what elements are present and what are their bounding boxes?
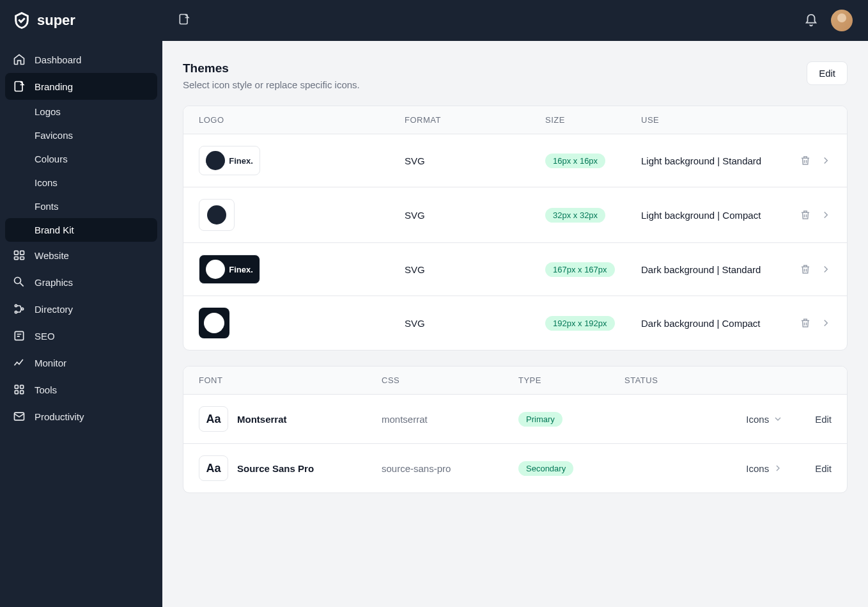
nav-dashboard[interactable]: Dashboard	[5, 46, 157, 73]
shield-check-icon	[13, 12, 31, 29]
font-row: Aa Source Sans Pro source-sans-pro Secon…	[183, 444, 847, 493]
sidebar: super Dashboard Branding Logos Favicons …	[0, 0, 162, 607]
mail-icon	[13, 410, 26, 423]
delete-button[interactable]	[800, 264, 811, 275]
chevron-right-icon	[820, 264, 832, 275]
expand-button[interactable]	[820, 317, 832, 329]
svg-point-5	[15, 278, 21, 284]
font-row: Aa Montserrat montserrat Primary Icons E…	[183, 395, 847, 444]
nav-monitor[interactable]: Monitor	[5, 349, 157, 376]
nav-branding[interactable]: Branding	[5, 73, 157, 100]
nav-label: Monitor	[35, 358, 66, 368]
icons-dropdown[interactable]: Icons	[746, 463, 783, 474]
trash-icon	[800, 317, 811, 329]
th-type: TYPE	[518, 375, 624, 385]
chart-line-icon	[13, 356, 26, 369]
expand-button[interactable]	[820, 155, 832, 166]
graphics-icon	[13, 276, 26, 288]
size-badge: 167px x 167px	[545, 262, 615, 277]
page-title: Themes	[183, 61, 360, 75]
bell-icon[interactable]	[804, 13, 818, 28]
expand-button[interactable]	[820, 264, 832, 275]
app-brand-text: super	[37, 12, 75, 29]
logo-preview: Finex.	[199, 255, 260, 284]
nav-label: Directory	[35, 304, 73, 315]
chevron-down-icon	[773, 414, 783, 424]
logo-row: SVG 192px x 192px Dark background | Comp…	[183, 296, 847, 350]
th-logo: LOGO	[199, 115, 405, 125]
type-badge: Secondary	[518, 461, 573, 476]
chevron-right-icon	[820, 317, 832, 329]
edit-link[interactable]: Edit	[815, 414, 832, 425]
chevron-right-icon	[820, 209, 832, 221]
delete-button[interactable]	[800, 209, 811, 221]
nav-website[interactable]: Website	[5, 242, 157, 269]
svg-rect-1	[15, 251, 19, 255]
th-font: FONT	[199, 375, 382, 385]
chevron-right-icon	[773, 463, 783, 473]
nav-sub-colours[interactable]: Colours	[5, 147, 157, 171]
svg-point-7	[15, 311, 17, 313]
nav-productivity[interactable]: Productivity	[5, 403, 157, 430]
svg-point-6	[15, 304, 17, 306]
logo-preview: Finex.	[199, 146, 260, 175]
delete-button[interactable]	[800, 155, 811, 166]
nav-directory[interactable]: Directory	[5, 296, 157, 322]
nav-label: Tools	[35, 384, 57, 395]
size-badge: 192px x 192px	[545, 316, 615, 331]
logo-circle-icon	[207, 205, 226, 225]
icons-dropdown[interactable]: Icons	[746, 414, 783, 425]
form-icon	[13, 329, 26, 342]
grid-icon	[13, 383, 26, 396]
font-preview: Aa	[199, 406, 228, 432]
nav-label: SEO	[35, 331, 55, 342]
sidebar-nav: Dashboard Branding Logos Favicons Colour…	[0, 41, 162, 607]
svg-rect-12	[15, 391, 18, 394]
font-preview: Aa	[199, 455, 228, 481]
nav-seo[interactable]: SEO	[5, 322, 157, 349]
nav-label: Website	[35, 250, 69, 261]
edit-button[interactable]: Edit	[807, 61, 848, 85]
page-icon	[178, 13, 190, 26]
svg-rect-10	[15, 385, 18, 388]
logos-table: LOGO FORMAT SIZE USE Finex. SVG 16px x 1…	[183, 106, 848, 351]
nav-label: Dashboard	[35, 54, 81, 65]
th-status: STATUS	[624, 375, 832, 385]
edit-link[interactable]: Edit	[815, 463, 832, 474]
logo-circle-icon	[204, 313, 224, 333]
size-badge: 16px x 16px	[545, 154, 605, 168]
logo-circle-icon	[206, 151, 225, 170]
directory-icon	[13, 303, 26, 315]
nav-sub-fonts[interactable]: Fonts	[5, 194, 157, 218]
logo-row: Finex. SVG 16px x 16px Light background …	[183, 134, 847, 187]
trash-icon	[800, 209, 811, 221]
nav-graphics[interactable]: Graphics	[5, 269, 157, 296]
nav-label: Branding	[35, 81, 73, 92]
nav-sub-icons[interactable]: Icons	[5, 171, 157, 194]
th-format: FORMAT	[405, 115, 545, 125]
delete-button[interactable]	[800, 317, 811, 329]
avatar[interactable]	[831, 10, 853, 31]
svg-point-8	[21, 308, 23, 310]
app-logo[interactable]: super	[0, 0, 162, 41]
logo-preview	[199, 308, 229, 338]
size-badge: 32px x 32px	[545, 208, 605, 223]
type-badge: Primary	[518, 412, 562, 427]
trash-icon	[800, 155, 811, 166]
svg-rect-2	[20, 251, 24, 255]
th-size: SIZE	[545, 115, 641, 125]
topbar	[162, 0, 868, 41]
nav-sub-brand-kit[interactable]: Brand Kit	[5, 218, 157, 242]
nav-tools[interactable]: Tools	[5, 376, 157, 403]
logo-circle-icon	[206, 260, 225, 279]
page-subtitle: Select icon style or replace specific ic…	[183, 79, 360, 90]
nav-sub-logos[interactable]: Logos	[5, 100, 157, 123]
logo-preview	[199, 199, 235, 231]
th-use: USE	[641, 115, 787, 125]
nav-sub-favicons[interactable]: Favicons	[5, 123, 157, 147]
expand-button[interactable]	[820, 209, 832, 221]
chevron-right-icon	[820, 155, 832, 166]
trash-icon	[800, 264, 811, 275]
svg-rect-4	[20, 257, 24, 260]
svg-rect-13	[20, 391, 24, 394]
